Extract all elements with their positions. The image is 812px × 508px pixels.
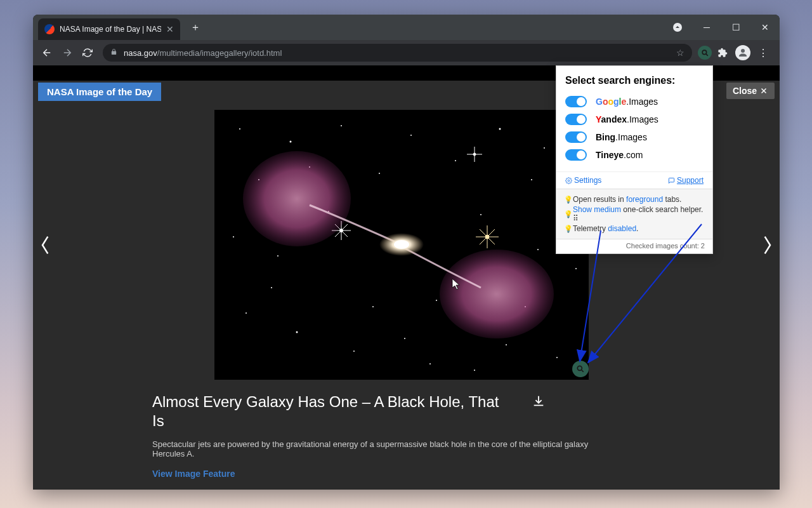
- window-controls: ─ ☐ ✕: [663, 15, 780, 40]
- svg-point-20: [246, 312, 247, 314]
- page-title-badge: NASA Image of the Day: [38, 83, 161, 101]
- lock-icon: [110, 48, 117, 57]
- gallery-image[interactable]: [214, 110, 589, 380]
- hint-helper: 💡Show medium one-click search helper. ⠿: [564, 204, 705, 224]
- browser-tab[interactable]: NASA Image of the Day | NASA ✕: [38, 18, 180, 40]
- svg-point-25: [556, 357, 558, 358]
- new-tab-button[interactable]: ＋: [190, 21, 200, 34]
- gallery-close-button[interactable]: Close: [726, 83, 775, 99]
- carousel-next-button[interactable]: [761, 234, 773, 259]
- svg-point-51: [577, 366, 582, 370]
- toggle-google[interactable]: [565, 96, 587, 107]
- engine-row-yandex: Yandex.Images: [565, 110, 704, 128]
- engine-row-tineye: Tineye.com: [565, 146, 704, 164]
- url-text: nasa.gov/multimedia/imagegallery/iotd.ht…: [124, 48, 282, 58]
- svg-point-21: [296, 331, 298, 333]
- hint-link-telemetry[interactable]: disabled: [608, 224, 636, 233]
- svg-point-2: [741, 49, 745, 53]
- support-link[interactable]: Support: [668, 176, 704, 185]
- engine-row-google: Google.Images: [565, 93, 704, 110]
- popup-hints: 💡Open results in foreground tabs. 💡Show …: [556, 189, 712, 239]
- svg-point-31: [480, 214, 481, 215]
- bulb-icon: 💡: [564, 210, 570, 218]
- extension-popup: Select search engines: Google.Images Yan…: [556, 65, 713, 254]
- svg-point-22: [353, 351, 355, 352]
- svg-point-7: [410, 135, 412, 136]
- svg-point-9: [544, 147, 545, 149]
- settings-link[interactable]: Settings: [565, 176, 601, 185]
- svg-point-1: [702, 50, 707, 55]
- svg-point-23: [429, 363, 431, 364]
- caption-block: Almost Every Galaxy Has One – A Black Ho…: [152, 392, 609, 479]
- svg-point-12: [379, 173, 380, 174]
- hint-foreground: 💡Open results in foreground tabs.: [564, 194, 705, 204]
- svg-point-47: [243, 151, 351, 246]
- image-title: Almost Every Galaxy Has One – A Black Ho…: [152, 392, 508, 431]
- titlebar: NASA Image of the Day | NASA ✕ ＋ ─ ☐ ✕: [33, 15, 780, 40]
- browser-window: NASA Image of the Day | NASA ✕ ＋ ─ ☐ ✕: [33, 15, 780, 490]
- svg-point-33: [372, 306, 374, 307]
- tab-title: NASA Image of the Day | NASA: [60, 25, 161, 34]
- hint-telemetry: 💡Telemetry disabled.: [564, 224, 705, 234]
- tab-close-icon[interactable]: ✕: [166, 24, 174, 34]
- page-content: NASA Image of the Day Close: [33, 65, 780, 490]
- svg-point-19: [575, 268, 577, 269]
- engine-list: Google.Images Yandex.Images Bing.Images …: [556, 93, 712, 171]
- incognito-icon[interactable]: [663, 15, 692, 40]
- hint-link-helper[interactable]: Show medium: [573, 205, 621, 214]
- svg-point-16: [233, 236, 234, 237]
- svg-point-8: [499, 128, 501, 130]
- svg-point-26: [271, 287, 272, 288]
- svg-point-17: [277, 255, 278, 257]
- image-description: Spectacular jets are powered by the grav…: [152, 439, 609, 458]
- svg-point-28: [404, 338, 405, 339]
- nasa-favicon: [44, 24, 55, 34]
- forward-button[interactable]: [58, 44, 76, 62]
- address-bar[interactable]: nasa.gov/multimedia/imagegallery/iotd.ht…: [103, 44, 692, 62]
- view-feature-link[interactable]: View Image Feature: [152, 469, 235, 479]
- svg-point-18: [537, 249, 539, 250]
- toggle-tineye[interactable]: [565, 149, 587, 161]
- svg-point-5: [290, 141, 292, 143]
- checked-count: Checked images count: 2: [556, 239, 712, 253]
- browser-menu-icon[interactable]: ⋮: [754, 44, 772, 62]
- svg-point-32: [436, 300, 437, 301]
- popup-title: Select search engines:: [556, 66, 712, 93]
- toolbar: nasa.gov/multimedia/imagegallery/iotd.ht…: [33, 40, 780, 65]
- drag-icon[interactable]: ⠿: [573, 214, 579, 223]
- close-window-button[interactable]: ✕: [750, 15, 780, 40]
- svg-point-50: [394, 240, 409, 249]
- svg-point-52: [568, 180, 570, 182]
- reload-button[interactable]: [79, 44, 96, 62]
- svg-point-48: [440, 250, 554, 338]
- search-helper-button[interactable]: [572, 361, 589, 377]
- bulb-icon: 💡: [564, 196, 570, 204]
- popup-footer: Settings Support: [556, 171, 712, 189]
- hint-link-foreground[interactable]: foreground: [626, 195, 663, 204]
- profile-avatar[interactable]: [735, 45, 750, 60]
- svg-point-24: [506, 344, 507, 345]
- carousel-prev-button[interactable]: [39, 234, 52, 259]
- toggle-bing[interactable]: [565, 131, 587, 143]
- bookmark-star-icon[interactable]: ☆: [676, 48, 684, 58]
- maximize-button[interactable]: ☐: [721, 15, 750, 40]
- download-button[interactable]: [532, 394, 546, 411]
- engine-row-bing: Bing.Images: [565, 128, 704, 146]
- bulb-icon: 💡: [564, 225, 570, 233]
- extensions-icon[interactable]: [714, 44, 731, 62]
- search-by-image-extension-icon[interactable]: [696, 44, 714, 62]
- toggle-yandex[interactable]: [565, 114, 587, 125]
- svg-point-13: [455, 160, 456, 161]
- svg-point-4: [239, 128, 240, 130]
- svg-point-14: [531, 179, 532, 180]
- svg-point-29: [474, 370, 475, 371]
- svg-point-6: [341, 125, 342, 126]
- back-button[interactable]: [38, 44, 56, 62]
- minimize-button[interactable]: ─: [692, 15, 721, 40]
